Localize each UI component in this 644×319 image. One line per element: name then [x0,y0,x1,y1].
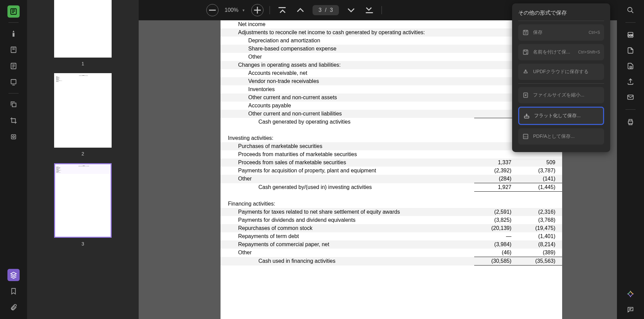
table-row [221,265,562,274]
save-option[interactable]: 名前を付けて保...Ctrl+Shift+S [518,44,604,60]
save-option-label: ファイルサイズを縮小... [533,92,584,98]
table-row: Repayments of commercial paper, net(3,98… [221,240,562,249]
row-label: Accounts payable [221,102,474,110]
reader-mode-icon[interactable] [7,5,20,18]
table-row: Proceeds from maturities of marketable s… [221,150,562,158]
row-value-2: (141) [518,175,562,183]
row-value-1 [474,265,518,274]
row-value-1 [474,93,518,102]
row-value-1 [474,110,518,118]
row-value-1: (30,585) [474,257,518,265]
row-label: Payments for taxes related to net share … [221,208,474,216]
row-value-1: (2,591) [474,208,518,216]
copy-icon[interactable] [7,98,20,110]
row-value-2: (1,445) [518,183,562,192]
svg-rect-4 [12,103,16,107]
save-option-label: 保存 [533,29,543,36]
table-row: Other current and non-current liabilitie… [221,110,562,118]
search-icon[interactable] [624,4,637,16]
divider [518,83,604,84]
save-option[interactable]: UPDFクラウドに保存する [518,64,604,80]
document-icon[interactable] [624,44,637,57]
row-label: Vendor non-trade receivables [221,77,474,85]
comment-icon[interactable] [624,303,637,316]
table-row: Vendor non-trade receivables [221,77,562,85]
table-row: Payments for acquisition of property, pl… [221,167,562,175]
document-page: Net incomeAdjustments to reconcile net i… [221,20,562,319]
mail-icon[interactable] [624,91,637,103]
thumbnail-label: 2 [82,151,84,156]
row-value-2: (389) [518,249,562,257]
page-icon[interactable] [7,60,20,72]
row-label: Other current and non-current liabilitie… [221,110,474,118]
save-option[interactable]: ファイルサイズを縮小... [518,87,604,103]
zoom-level-dropdown[interactable]: 100% ▼ [225,7,245,13]
attachment-icon[interactable] [7,301,20,314]
ocr-icon[interactable]: OCR [624,29,637,41]
svg-text:OCR: OCR [628,34,633,37]
row-label: Other [221,249,474,257]
row-value-1: (46) [474,249,518,257]
lock-document-icon[interactable] [624,60,637,72]
shortcut-text: Ctrl+Shift+S [578,50,600,55]
row-value-2: (1,401) [518,232,562,240]
row-value-1 [474,200,518,208]
last-page-button[interactable] [363,4,375,16]
save-option-label: 名前を付けて保... [533,49,570,55]
next-page-button[interactable] [345,4,357,16]
table-row: Other current and non-current assets [221,93,562,102]
save-option[interactable]: フラット化して保存... [518,107,604,125]
table-row: Purchases of marketable securities [221,142,562,150]
table-row: Other [221,53,562,61]
row-label: Inventories [221,85,474,93]
zoom-in-button[interactable] [251,4,263,16]
prev-page-button[interactable] [294,4,306,16]
ai-assistant-icon[interactable] [624,288,637,300]
row-value-1 [474,134,518,142]
layers-icon[interactable] [7,269,20,281]
svg-point-6 [13,136,15,138]
thumbnail-2[interactable]: Apple Inc. CONDENSED CONSOLIDATED BALANC… [54,73,112,148]
bookmark-icon[interactable] [7,285,20,297]
row-value-1 [474,150,518,158]
row-value-1: (3,825) [474,216,518,224]
divider [8,22,19,23]
edit-icon[interactable] [7,44,20,56]
row-value-2: (8,214) [518,240,562,249]
crop-icon[interactable] [7,114,20,127]
row-label: Accounts receivable, net [221,69,474,77]
table-row: Accounts payable [221,102,562,110]
export-icon[interactable] [624,76,637,88]
row-value-1: (3,984) [474,240,518,249]
save-option[interactable]: PDF/APDF/Aとして保存... [518,128,604,145]
table-row: Inventories [221,85,562,93]
save-option[interactable]: 保存Ctrl+S [518,24,604,41]
row-label: Other [221,53,474,61]
svg-rect-16 [630,66,632,68]
row-value-1 [474,20,518,28]
page-indicator[interactable]: 3 / 3 [313,5,339,15]
form-icon[interactable] [7,76,20,88]
toolbar-separator [270,6,270,14]
row-label [221,192,474,200]
caret-down-icon: ▼ [242,8,245,12]
toolbar-separator [382,6,382,14]
row-label: Changes in operating assets and liabilit… [221,61,474,69]
zoom-out-button[interactable] [206,4,218,16]
print-icon[interactable] [624,116,637,128]
row-value-1 [474,69,518,77]
save-option-label: フラット化して保存... [534,113,581,119]
stamp-icon[interactable] [7,131,20,143]
row-label: Repayments of commercial paper, net [221,240,474,249]
table-row: Depreciation and amortization [221,37,562,45]
first-page-button[interactable] [276,4,288,16]
row-label: Purchases of marketable securities [221,142,474,150]
thumbnail-1[interactable]: Apple Inc. Total revenueCost of salesGro… [54,0,112,58]
total-pages: 3 [330,7,333,13]
thumbnail-3[interactable]: Apple Inc. CONDENSED CONSOLIDATED STATEM… [54,163,112,238]
table-row: Repayments of term debt—(1,401) [221,232,562,240]
table-row: Share-based compensation expense [221,45,562,53]
current-page: 3 [319,7,322,13]
highlight-icon[interactable] [7,27,20,40]
row-value-1 [474,28,518,37]
